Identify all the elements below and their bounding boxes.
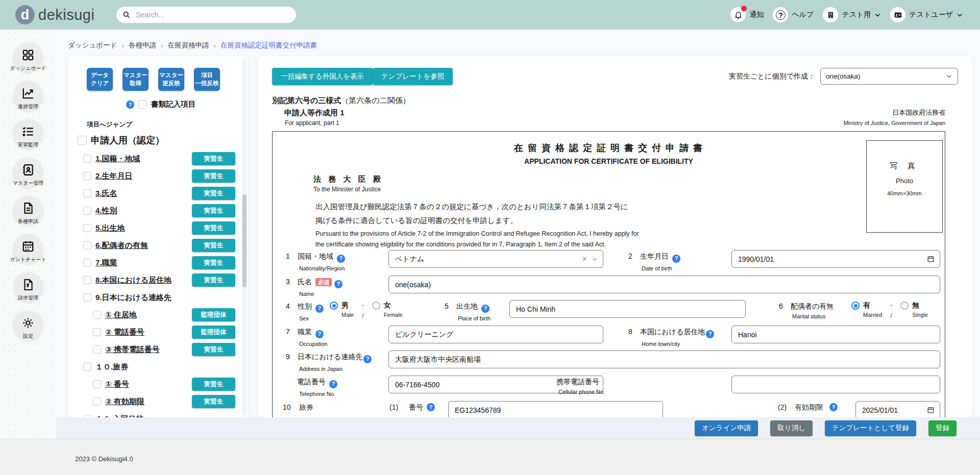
- item-checkbox[interactable]: [83, 293, 91, 302]
- register-button[interactable]: 登録: [928, 420, 957, 436]
- sidebar-item-settings[interactable]: 設定: [0, 307, 56, 345]
- help-bubble-icon[interactable]: ?: [427, 403, 435, 411]
- item-link[interactable]: 7.職業: [95, 258, 117, 268]
- trainee-badge[interactable]: 実習生: [192, 204, 235, 217]
- breadcrumb-dashboard[interactable]: ダッシュボード: [68, 41, 117, 50]
- brand-logo[interactable]: d dekisugi: [15, 5, 94, 24]
- passport-number-input[interactable]: [448, 401, 663, 417]
- item-link[interactable]: 6.配偶者の有無: [95, 241, 148, 251]
- help-bubble-icon[interactable]: ?: [315, 305, 324, 313]
- chevron-down-icon[interactable]: [592, 256, 598, 262]
- item-link[interactable]: 2.生年月日: [95, 171, 133, 181]
- item-checkbox[interactable]: [93, 345, 101, 354]
- item-checkbox[interactable]: [83, 172, 91, 180]
- item-link[interactable]: 8.本国における居住地: [95, 276, 172, 285]
- notifications-button[interactable]: 通知: [730, 7, 764, 22]
- reference-template-button[interactable]: テンプレートを参照: [373, 68, 453, 85]
- passport-expiry-input[interactable]: 2025/01/01: [855, 401, 940, 417]
- help-bubble-icon[interactable]: ?: [315, 330, 324, 338]
- item-link[interactable]: 1.国籍・地域: [95, 154, 140, 164]
- item-checkbox[interactable]: [93, 380, 101, 388]
- trainee-badge[interactable]: 実習生: [192, 187, 235, 200]
- sidebar-item-gantt[interactable]: ガントチャート: [0, 230, 56, 268]
- radio-unselected[interactable]: [372, 302, 380, 310]
- item-link[interactable]: ③ 携帯電話番号: [105, 345, 160, 355]
- breadcrumb-applications[interactable]: 各種申請: [129, 41, 156, 50]
- birthplace-input[interactable]: [509, 300, 746, 318]
- sidebar-item-master[interactable]: マスター管理: [0, 154, 56, 192]
- item-link[interactable]: 5.出生地: [95, 223, 125, 233]
- occupation-input[interactable]: [388, 326, 603, 343]
- sidebar-item-training-audit[interactable]: 実習監理: [0, 115, 56, 154]
- help-bubble-icon[interactable]: ?: [337, 255, 345, 263]
- cellphone-input[interactable]: [731, 376, 940, 393]
- save-as-template-button[interactable]: テンプレートとして登録: [825, 420, 916, 436]
- help-button[interactable]: ? ヘルプ: [773, 7, 814, 22]
- breadcrumb-residence-application[interactable]: 在留資格申請: [167, 41, 209, 50]
- item-checkbox[interactable]: [93, 397, 101, 406]
- item-link[interactable]: ① 住居地: [105, 310, 137, 320]
- trainee-badge[interactable]: 実習生: [192, 378, 235, 391]
- sidebar-item-progress[interactable]: 進捗管理: [0, 77, 56, 115]
- trainee-badge[interactable]: 実習生: [192, 273, 235, 287]
- user-menu[interactable]: テストユーザ: [890, 7, 963, 22]
- sex-male-option[interactable]: 男Male: [330, 301, 354, 318]
- global-search[interactable]: [116, 7, 296, 23]
- birthdate-input[interactable]: 1990/01/01: [731, 250, 940, 268]
- sidebar-item-dashboard[interactable]: ダッシュボード: [0, 39, 56, 77]
- item-checkbox[interactable]: [83, 207, 91, 215]
- item-checkbox[interactable]: [83, 276, 91, 284]
- help-bubble-icon[interactable]: ?: [829, 403, 838, 411]
- item-link[interactable]: ① 番号: [105, 380, 129, 389]
- trainee-select[interactable]: one(osaka): [820, 68, 958, 85]
- hometown-input[interactable]: [731, 326, 940, 343]
- sidebar-item-billing[interactable]: 請求管理: [0, 268, 56, 307]
- trainee-badge[interactable]: 実習生: [192, 343, 235, 356]
- item-link[interactable]: ② 有効期限: [105, 397, 144, 407]
- help-bubble-icon[interactable]: ?: [334, 280, 342, 288]
- trainee-badge[interactable]: 実習生: [192, 152, 235, 165]
- radio-selected[interactable]: [330, 302, 338, 310]
- org-badge[interactable]: 監理団体: [192, 308, 235, 321]
- show-bulk-foreigners-button[interactable]: 一括編集する外国人を表示: [272, 68, 373, 85]
- help-bubble-icon[interactable]: ?: [672, 255, 680, 263]
- sex-female-option[interactable]: 女Female: [372, 301, 403, 318]
- help-bubble-icon[interactable]: ?: [481, 305, 489, 313]
- item-checkbox[interactable]: [93, 311, 101, 319]
- item-checkbox[interactable]: [83, 259, 91, 267]
- calendar-icon[interactable]: [927, 406, 935, 414]
- marital-single-option[interactable]: 無Single: [900, 301, 928, 318]
- help-bubble-icon[interactable]: ?: [329, 380, 337, 388]
- scrollbar-thumb[interactable]: [242, 194, 247, 287]
- radio-unselected[interactable]: [900, 302, 909, 310]
- trainee-badge[interactable]: 実習生: [192, 221, 235, 235]
- help-bubble-icon[interactable]: ?: [126, 101, 134, 109]
- trainee-badge[interactable]: 実習生: [192, 256, 235, 269]
- bulk-apply-button[interactable]: 項目 一括反映: [194, 68, 220, 91]
- sidebar-item-applications[interactable]: 各種申請: [0, 192, 56, 230]
- trainee-badge[interactable]: 実習生: [192, 239, 235, 252]
- item-link[interactable]: 3.氏名: [95, 189, 117, 198]
- org-badge[interactable]: 監理団体: [192, 326, 235, 339]
- item-link[interactable]: ② 電話番号: [105, 328, 144, 337]
- nationality-combobox[interactable]: ベトナム ×: [388, 250, 603, 268]
- master-reverse-button[interactable]: マスター 逆反映: [158, 68, 184, 91]
- group-checkbox[interactable]: [78, 136, 87, 145]
- data-clear-button[interactable]: データ クリア: [87, 68, 113, 91]
- radio-selected[interactable]: [851, 302, 860, 310]
- organization-menu[interactable]: テスト用: [823, 7, 881, 22]
- cancel-button[interactable]: 取り消し: [770, 420, 813, 436]
- search-input[interactable]: [135, 10, 290, 19]
- calendar-icon[interactable]: [927, 255, 935, 263]
- trainee-badge[interactable]: 実習生: [192, 169, 235, 183]
- item-checkbox[interactable]: [83, 155, 91, 163]
- panel-scrollbar[interactable]: [242, 58, 247, 416]
- address-japan-input[interactable]: [388, 351, 940, 368]
- item-link[interactable]: 4.性別: [95, 206, 117, 216]
- master-fetch-button[interactable]: マスター 取得: [122, 68, 149, 91]
- item-checkbox[interactable]: [93, 328, 101, 336]
- item-checkbox[interactable]: [83, 224, 91, 232]
- name-input[interactable]: [388, 276, 940, 293]
- item-checkbox[interactable]: [83, 189, 91, 197]
- marital-married-option[interactable]: 有Married: [851, 301, 882, 318]
